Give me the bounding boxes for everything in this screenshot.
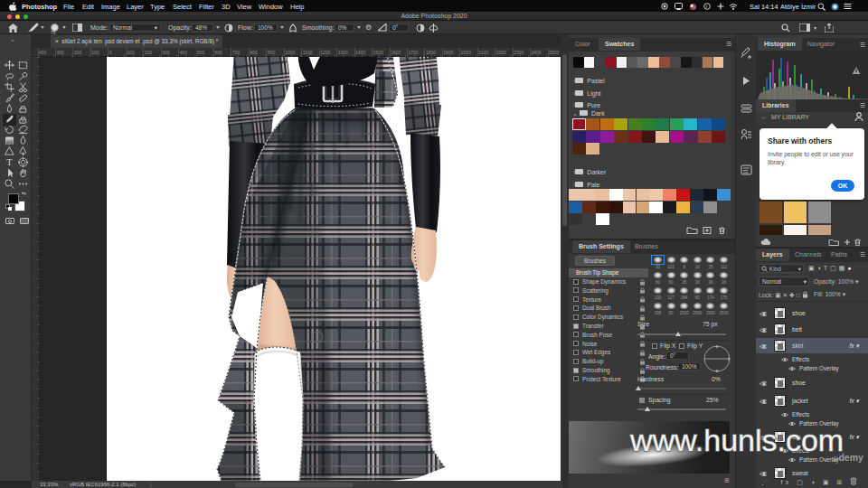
svg-text:i: i [706,4,707,9]
svg-text:T: T [6,157,12,167]
